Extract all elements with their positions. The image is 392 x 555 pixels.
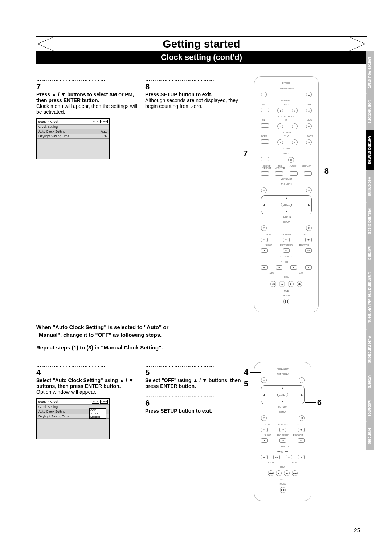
pause-button: ❚❚ <box>280 487 286 493</box>
osd-row-label: Daylight Saving Time <box>38 134 69 138</box>
callout-4-5: 4 5 <box>244 368 261 389</box>
remote-illustration-partial: MENU/LISTTOP MENU○○▲▼◀▶ENTERRETURNSETUP↩… <box>254 362 311 501</box>
num-2-button: 2 <box>292 108 298 113</box>
step-7-column: ……………………………… 7 Press ▲ / ▼ buttons to se… <box>36 76 138 312</box>
side-tab-recording: Recording <box>366 170 374 202</box>
return-button: ↩ <box>261 415 267 421</box>
osd-badge-dvd: DVD <box>100 120 108 123</box>
nav-wheel: ▲▼◀▶ENTER <box>261 195 312 214</box>
side-tab-es: Español <box>366 394 374 422</box>
side-tab-getting: Getting started <box>366 130 374 171</box>
dropdown-option-auto: Auto <box>90 412 106 415</box>
title-text: Getting started <box>163 38 240 50</box>
callout-7: 7 <box>243 149 262 158</box>
menu-list-button: ○ <box>261 377 267 383</box>
page-number: 25 <box>354 527 360 533</box>
step-7-body: Clock menu will appear, then the setting… <box>36 103 138 115</box>
step-6-number: 6 <box>145 398 247 408</box>
callout-8: 8 <box>312 166 329 176</box>
osd-row-label: Auto Clock Setting <box>38 130 65 133</box>
title-banner: Getting started <box>36 36 367 52</box>
open-close-button: ▲ <box>306 92 312 97</box>
side-tab-fr: Français <box>366 422 374 450</box>
midtext-line-2: "Manual", change it to "OFF" as followin… <box>36 331 367 339</box>
stop-button: ■ <box>279 281 285 287</box>
stop-button: ■ <box>276 470 282 476</box>
num-4-button: 4 <box>277 123 283 129</box>
play-button: ▶ <box>288 281 294 287</box>
step-4-number: 4 <box>36 368 138 377</box>
divider-dots: ……………………………… <box>145 362 247 368</box>
num-8-button: 8 <box>292 139 298 145</box>
callout-6: 6 <box>305 398 322 407</box>
step-5-instruction: Select "OFF" using ▲ / ▼ buttons, then p… <box>145 377 247 389</box>
side-tab-before: Before you start <box>366 51 374 94</box>
osd-badge-vcr: VCR <box>92 400 99 404</box>
return-button: ↩ <box>261 225 267 231</box>
mode-button: ▭ <box>261 238 268 242</box>
fwd-button: ▶▶ <box>297 281 302 287</box>
side-tab-vcr: VCR functions <box>366 329 374 369</box>
osd-breadcrumb: Setup > Clock <box>38 120 58 123</box>
step-4-instruction: Select "Auto Clock Setting" using ▲ / ▼ … <box>36 377 138 389</box>
num-9-button: 9 <box>306 139 312 145</box>
num-5-button: 5 <box>292 123 298 129</box>
side-tab-editing: Editing <box>366 240 374 266</box>
side-tab-playing: Playing discs <box>366 202 374 240</box>
osd-clock-menu-2: Setup > Clock VCR DVD Clock Setting Auto… <box>36 398 110 439</box>
osd-badge-vcr: VCR <box>92 120 99 123</box>
nav-wheel: ▲▼◀▶ENTER <box>261 385 305 404</box>
osd-clock-menu-1: Setup > Clock VCR DVD Clock Setting Auto… <box>36 118 110 159</box>
power-button: • <box>261 92 267 97</box>
menu-list-button: ○ <box>261 187 267 193</box>
step-4-column: ……………………………… 4 Select "Auto Clock Settin… <box>36 362 138 501</box>
osd-row-value: ON <box>103 134 108 138</box>
osd-row-label: Clock Setting <box>38 405 58 409</box>
dropdown-option-manual: Manual <box>90 415 106 418</box>
osd-dropdown: OFF Auto Manual <box>89 408 106 419</box>
divider-dots: ……………………………… <box>36 362 138 368</box>
subtitle-bar: Clock setting (cont'd) <box>36 51 367 64</box>
fwd-button: ▶▶ <box>292 470 298 476</box>
divider-dots: ……………………………… <box>145 76 247 82</box>
num-1-button: 1 <box>277 108 283 113</box>
mid-instructions: When "Auto Clock Setting" is selected to… <box>36 323 367 351</box>
mode-button: ◉ <box>305 238 312 242</box>
play-button: ▶ <box>284 470 290 476</box>
step-8-column: ……………………………… 8 Press SETUP button to exi… <box>145 76 247 312</box>
step-6-instruction: Press SETUP button to exit. <box>145 408 247 414</box>
side-tab-setup: Changing the SETUP menu <box>366 266 374 330</box>
num-6-button: 6 <box>306 123 312 129</box>
setup-button: ⦿ <box>299 415 305 421</box>
step-5-6-column: ……………………………… 5 Select "OFF" using ▲ / ▼ … <box>145 362 247 501</box>
num-3-button: 3 <box>306 108 312 113</box>
num-0-button: 0 <box>288 157 294 163</box>
rew-button: ◀◀ <box>270 281 276 287</box>
osd-breadcrumb: Setup > Clock <box>38 400 58 404</box>
divider-dots: ……………………………… <box>36 76 138 82</box>
side-nav: Before you startConnectionsGetting start… <box>366 51 374 450</box>
osd-row-label: Daylight Saving Time <box>38 414 69 418</box>
midtext-line-1: When "Auto Clock Setting" is selected to… <box>36 323 367 331</box>
step-8-instruction: Press SETUP button to exit. <box>145 92 247 97</box>
osd-row-label: Clock Setting <box>38 125 58 129</box>
osd-row-label: Auto Clock Setting <box>38 410 65 413</box>
top-menu-button: ○ <box>299 377 305 383</box>
zoom-button <box>261 157 269 161</box>
step-4-body: Option window will appear. <box>36 389 138 395</box>
divider-dots: ……………………………… <box>145 393 247 398</box>
step-8-body: Although seconds are not displayed, they… <box>145 97 247 109</box>
midtext-line-3: Repeat steps (1) to (3) in "Manual Clock… <box>36 344 367 351</box>
top-menu-button: ○ <box>306 187 312 193</box>
side-tab-others: Others <box>366 369 374 394</box>
num-7-button: 7 <box>277 139 283 145</box>
osd-badge-dvd: DVD <box>100 400 108 404</box>
remote-illustration-full: POWEROPEN/ CLOSE•▲VCR Plus+.@/:ABCDEF123… <box>254 76 319 312</box>
setup-button: ⦿ <box>306 225 312 231</box>
side-tab-connections: Connections <box>366 94 374 130</box>
osd-row-value: Auto <box>101 130 107 133</box>
pause-button: ❚❚ <box>283 299 289 304</box>
step-7-instruction: Press ▲ / ▼ buttons to select AM or PM, … <box>36 92 138 103</box>
step-5-number: 5 <box>145 368 247 377</box>
mode-button: ▭ <box>283 238 290 242</box>
